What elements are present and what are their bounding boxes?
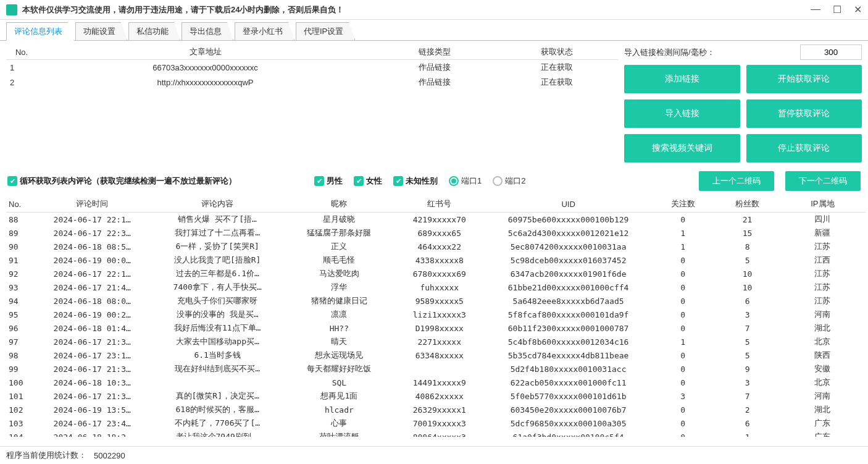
col-time[interactable]: 评论时间 (35, 196, 149, 213)
comment-row[interactable]: 912024-06-19 00:0…没人比我贵了吧[捂脸R]顺毛毛怪4338xx… (6, 253, 866, 267)
loop-checkbox[interactable]: ✔循环获取列表内评论（获取完继续检测一遍不放过最新评论） (7, 175, 236, 187)
tab-4[interactable]: 登录小红书 (235, 22, 294, 40)
minimize-icon[interactable]: — (811, 4, 820, 15)
tab-bar: 评论信息列表功能设置私信功能导出信息登录小红书代理IP设置 (0, 20, 868, 41)
port2-radio[interactable]: 端口2 (493, 175, 525, 187)
comment-row[interactable]: 922024-06-17 22:1…过去的三年都是6.1价…马达爱吃肉6780x… (6, 267, 866, 281)
link-row[interactable]: 2http://xhxxxxxxxxxxxxxqwP作品链接正在获取 (6, 75, 618, 90)
maximize-icon[interactable]: ☐ (833, 4, 841, 15)
col-ip[interactable]: IP属地 (780, 196, 866, 213)
interval-input[interactable] (800, 44, 862, 60)
comment-row[interactable]: 972024-06-17 21:3…大家去中国移动app买…晴天2271xxxx… (6, 335, 866, 348)
col-content[interactable]: 评论内容 (149, 196, 285, 213)
col-no[interactable]: No. (6, 44, 37, 60)
action-button-3[interactable]: 暂停获取评论 (746, 99, 862, 128)
port1-radio[interactable]: 端口1 (449, 175, 482, 187)
prev-qr-button[interactable]: 上一个二维码 (699, 171, 774, 191)
tab-1[interactable]: 功能设置 (75, 22, 127, 40)
app-icon (6, 4, 17, 15)
tab-0[interactable]: 评论信息列表 (6, 22, 74, 41)
col-nick[interactable]: 昵称 (285, 196, 393, 213)
comment-row[interactable]: 942024-06-18 08:0…充电头子你们买哪家呀猪猪的健康日记9589x… (6, 294, 866, 308)
female-checkbox[interactable]: ✔女性 (354, 175, 382, 187)
comment-row[interactable]: 1002024-06-18 10:3…SQL14491xxxxx9622acb0… (6, 376, 866, 389)
next-qr-button[interactable]: 下一个二维码 (785, 171, 861, 191)
comment-row[interactable]: 982024-06-17 23:1…6.1当时多钱想永远现场见63348xxxx… (6, 348, 866, 362)
comment-row[interactable]: 882024-06-17 22:1…销售火爆 买不了[捂…星月破晓4219xxx… (6, 213, 866, 227)
col-fans[interactable]: 粉丝数 (715, 196, 779, 213)
col-status[interactable]: 获取状态 (496, 44, 618, 60)
unknown-checkbox[interactable]: ✔未知性别 (393, 175, 438, 187)
comment-row[interactable]: 892024-06-17 22:3…我打算过了十二点再看…猛猛腐子那条好腿689… (6, 226, 866, 240)
close-icon[interactable]: ✕ (854, 4, 862, 15)
col-url[interactable]: 文章地址 (37, 44, 373, 60)
comment-row[interactable]: 962024-06-18 01:4…我好后悔没有11点下单…HH??D1998x… (6, 321, 866, 335)
male-checkbox[interactable]: ✔男性 (314, 175, 343, 187)
comment-row[interactable]: 1022024-06-19 13:5…618的时候买的，客服…hlcadr263… (6, 403, 866, 416)
interval-label: 导入链接检测间隔/毫秒： (624, 47, 800, 58)
col-no[interactable]: No. (6, 196, 35, 213)
tab-5[interactable]: 代理IP设置 (296, 22, 355, 40)
status-value: 5002290 (94, 451, 125, 460)
comment-row[interactable]: 1042024-06-18 18:2…老让我这个7949刷到，荷叶漂流艇8006… (6, 430, 866, 437)
tab-3[interactable]: 导出信息 (182, 22, 233, 40)
action-button-2[interactable]: 导入链接 (624, 99, 740, 128)
col-follow[interactable]: 关注数 (651, 196, 715, 213)
status-label: 程序当前使用统计数： (6, 450, 86, 461)
link-table: No. 文章地址 链接类型 获取状态 166703a3xxxxxxx0000xx… (6, 44, 618, 162)
comment-row[interactable]: 932024-06-17 21:4…7400拿下，有人手快买…浮华fuhxxxx… (6, 281, 866, 294)
comment-row[interactable]: 1012024-06-17 21:3…真的[微笑R]，决定买…想再见1面4086… (6, 389, 866, 403)
action-button-4[interactable]: 搜索视频关键词 (624, 134, 740, 162)
link-row[interactable]: 166703a3xxxxxxx0000xxxxxxc作品链接正在获取 (6, 60, 618, 75)
col-redid[interactable]: 红书号 (393, 196, 486, 213)
tab-2[interactable]: 私信功能 (128, 22, 180, 40)
col-type[interactable]: 链接类型 (373, 44, 496, 60)
col-uid[interactable]: UID (486, 196, 651, 213)
action-button-0[interactable]: 添加链接 (624, 65, 740, 93)
comment-row[interactable]: 992024-06-17 21:3…现在好纠结到底买不买…每天都耀好好吃饭5d2… (6, 362, 866, 376)
comment-row[interactable]: 1032024-06-17 23:4…不内耗了，7706买了[…心事70019x… (6, 416, 866, 430)
comment-grid[interactable]: No. 评论时间 评论内容 昵称 红书号 UID 关注数 粉丝数 IP属地 88… (6, 196, 866, 437)
action-button-5[interactable]: 停止获取评论 (746, 134, 862, 162)
comment-row[interactable]: 952024-06-19 00:2…没事的没事的 我是买…凛凛lizi1xxxx… (6, 308, 866, 321)
action-button-1[interactable]: 开始获取评论 (746, 65, 862, 93)
comment-row[interactable]: 902024-06-18 08:5…6一样，妥协了[笑哭R]正义464xxxx2… (6, 240, 866, 253)
window-title: 本软件仅供学习交流使用，请勿用于违法用途，请于下载后24小时内删除，否则后果自负… (22, 4, 811, 15)
